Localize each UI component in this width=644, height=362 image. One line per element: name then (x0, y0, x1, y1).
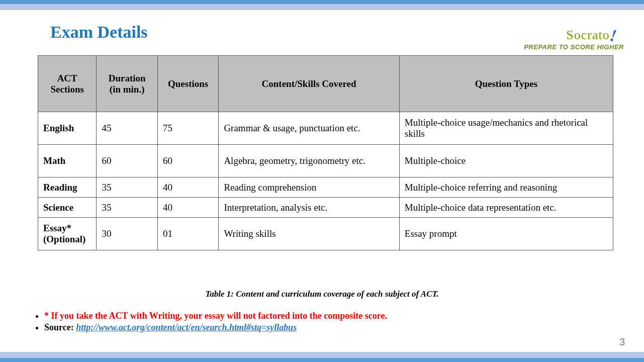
cell-duration: 60 (97, 145, 157, 177)
cell-content: Reading comprehension (219, 177, 399, 198)
page-title: Exam Details (50, 23, 148, 42)
cell-content: Interpretation, analysis etc. (219, 198, 399, 218)
cell-duration: 35 (97, 177, 157, 198)
cell-duration: 45 (97, 112, 157, 145)
source-bullet: Source: http://www.act.org/content/act/e… (44, 322, 387, 333)
page-number: 3 (619, 336, 625, 348)
table-caption: Table 1: Content and curriculum coverage… (0, 289, 644, 299)
footer-bullets: * If you take the ACT with Writing, your… (34, 311, 387, 334)
cell-content: Algebra, geometry, trigonometry etc. (219, 145, 399, 177)
cell-content: Grammar & usage, punctuation etc. (219, 112, 399, 145)
header-content: Content/Skills Covered (219, 56, 399, 112)
header-duration: Duration (in min.) (97, 56, 157, 112)
exam-table: ACT Sections Duration (in min.) Question… (38, 55, 613, 250)
top-band-dark (0, 0, 644, 4)
logo-brand-text: Socrato (566, 28, 609, 42)
source-link[interactable]: http://www.act.org/content/act/en/search… (76, 322, 297, 332)
cell-duration: 30 (97, 218, 157, 250)
table-row: Reading 35 40 Reading comprehension Mult… (38, 177, 613, 198)
cell-types: Multiple-choice data representation etc. (399, 198, 613, 218)
cell-types: Multiple-choice usage/mechanics and rhet… (399, 112, 613, 145)
table-row: Science 35 40 Interpretation, analysis e… (38, 198, 613, 218)
note-bullet: * If you take the ACT with Writing, your… (44, 311, 387, 321)
bottom-band-light (0, 352, 644, 358)
table-row: English 45 75 Grammar & usage, punctuati… (38, 112, 613, 145)
cell-types: Essay prompt (399, 218, 613, 250)
logo-block: Socrato! PREPARE TO SCORE HIGHER (524, 24, 624, 51)
cell-questions: 01 (157, 218, 218, 250)
exam-table-container: ACT Sections Duration (in min.) Question… (38, 55, 613, 250)
header-questions: Questions (157, 56, 218, 112)
bottom-band-dark (0, 358, 644, 362)
source-label: Source: (44, 322, 76, 332)
table-row: Essay* (Optional) 30 01 Writing skills E… (38, 218, 613, 250)
cell-section: Reading (38, 177, 97, 198)
cell-section: English (38, 112, 97, 145)
cell-section: Math (38, 145, 97, 177)
cell-types: Multiple-choice referring and reasoning (399, 177, 613, 198)
cell-questions: 60 (157, 145, 218, 177)
cell-questions: 75 (157, 112, 218, 145)
cell-questions: 40 (157, 177, 218, 198)
cell-duration: 35 (97, 198, 157, 218)
table-row: Math 60 60 Algebra, geometry, trigonomet… (38, 145, 613, 177)
top-band-light (0, 4, 644, 10)
table-header-row: ACT Sections Duration (in min.) Question… (38, 56, 613, 112)
cell-types: Multiple-choice (399, 145, 613, 177)
cell-questions: 40 (157, 198, 218, 218)
cell-section: Science (38, 198, 97, 218)
cell-content: Writing skills (219, 218, 399, 250)
cell-section: Essay* (Optional) (38, 218, 97, 250)
logo-brand: Socrato! (524, 24, 624, 43)
note-text: * If you take the ACT with Writing, your… (44, 311, 387, 321)
header-sections: ACT Sections (38, 56, 97, 112)
header-types: Question Types (399, 56, 613, 112)
